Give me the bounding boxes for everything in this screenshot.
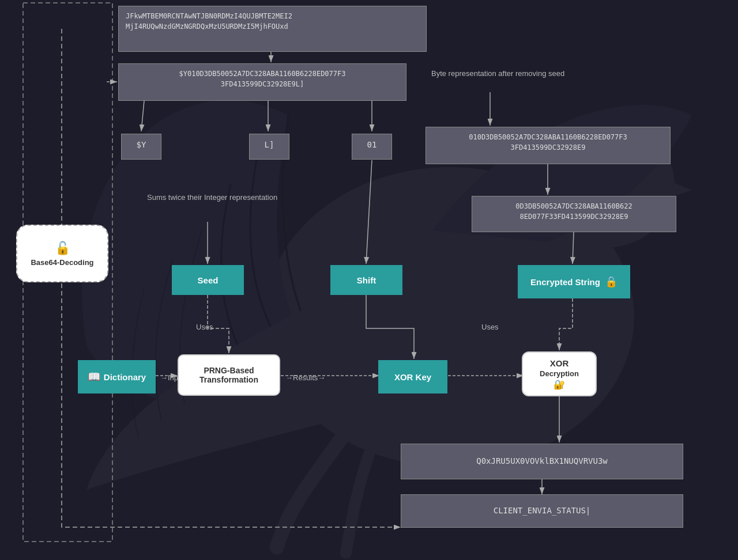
seed-label: Seed	[198, 275, 219, 285]
results-label: →Results→	[285, 373, 325, 382]
seed-prefix-text: $Y	[137, 140, 146, 149]
seed-box: Seed	[172, 265, 244, 295]
shift-box: Shift	[330, 265, 402, 295]
byte-repr-label: Byte representation after removing seed	[431, 69, 564, 78]
hex-trimmed-text: 0D3DB50052A7DC328ABA1160B6228ED077F33FD4…	[515, 202, 632, 221]
hex-trimmed-box: 0D3DB50052A7DC328ABA1160B6228ED077F33FD4…	[472, 196, 676, 232]
base64-decoding-box: 🔓 Base64-Decoding	[16, 225, 108, 282]
base64-decoding-icon: 🔓	[55, 241, 70, 256]
xor-decryption-box: XOR Decryption 🔐	[522, 351, 597, 396]
xor-decryption-sublabel: Decryption	[540, 369, 579, 378]
encrypted-string-label: Encrypted String	[530, 277, 600, 287]
uses-label-1: Uses	[196, 323, 213, 331]
encrypted-string-box: Encrypted String 🔒	[518, 265, 630, 298]
xor-decryption-label: XOR	[550, 358, 569, 368]
base64-input-box: JFkwMTBEM0RCNTAwNTJBN0RDMzI4QUJBMTE2MEI2…	[118, 6, 427, 52]
shift-value-text: 01	[367, 140, 377, 149]
hex-full-text: 010D3DB50052A7DC328ABA1160B6228ED077F33F…	[469, 133, 627, 152]
xor-key-label: XOR Key	[394, 372, 431, 382]
dictionary-icon: 📖	[88, 370, 100, 383]
output1-text: Q0xJRU5UX0VOVklBX1NUQVRVU3w	[476, 456, 608, 467]
shift-value-box: 01	[352, 134, 392, 160]
shift-label: Shift	[357, 275, 376, 285]
hex-full-box: 010D3DB50052A7DC328ABA1160B6228ED077F33F…	[426, 127, 671, 164]
dictionary-box: 📖 Dictionary	[78, 360, 156, 393]
prng-label: PRNG-BasedTransformation	[199, 366, 258, 384]
byte-text: $Y010D3DB50052A7DC328ABA1160B6228ED077F3…	[179, 70, 346, 88]
output2-box: CLIENT_ENVIA_STATUS|	[401, 494, 683, 528]
seed-prefix-box: $Y	[121, 134, 161, 160]
output2-text: CLIENT_ENVIA_STATUS|	[494, 505, 591, 517]
lock-icon: 🔒	[605, 275, 617, 288]
sums-label: Sums twice their Integer representation	[147, 193, 277, 202]
output1-box: Q0xJRU5UX0VOVklBX1NUQVRVU3w	[401, 444, 683, 479]
byte-representation-box: $Y010D3DB50052A7DC328ABA1160B6228ED077F3…	[118, 63, 406, 101]
xor-decryption-icon: 🔐	[554, 379, 565, 390]
uses-label-2: Uses	[481, 323, 499, 331]
tail-suffix-box: L]	[249, 134, 289, 160]
base64-decoding-label: Base64-Decoding	[31, 258, 93, 267]
prng-box: PRNG-BasedTransformation	[178, 354, 280, 396]
xor-key-box: XOR Key	[378, 360, 447, 393]
dictionary-label: Dictionary	[104, 372, 146, 382]
tail-suffix-text: L]	[265, 140, 274, 149]
base64-input-text: JFkwMTBEM0RCNTAwNTJBN0RDMzI4QUJBMTE2MEI2…	[126, 12, 292, 31]
diagram-container: JFkwMTBEM0RCNTAwNTJBN0RDMzI4QUJBMTE2MEI2…	[0, 0, 738, 560]
